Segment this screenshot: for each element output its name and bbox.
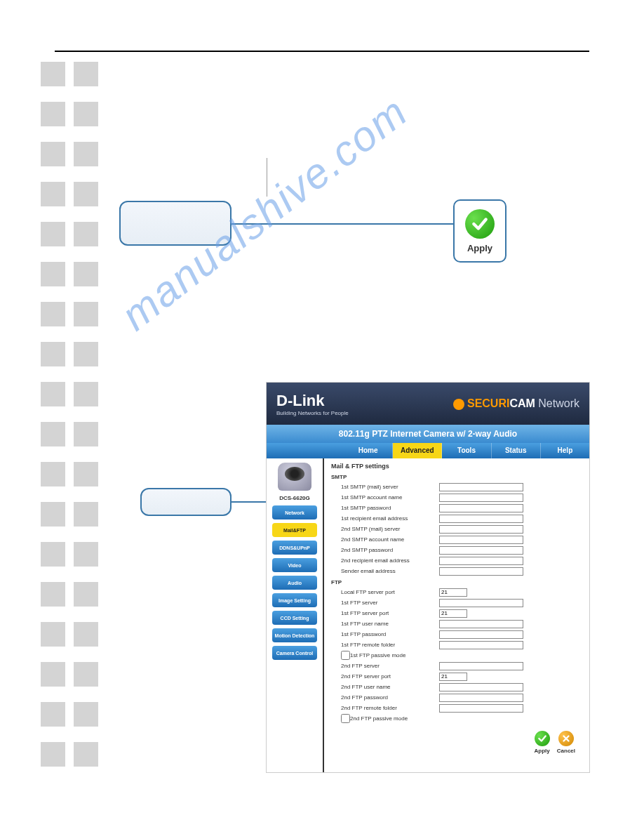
apply-button[interactable]: Apply [535,731,550,754]
ftp-field-input-3[interactable] [439,620,523,628]
tab-help[interactable]: Help [541,443,589,458]
section-title: Mail & FTP settings [331,463,582,470]
cancel-label: Cancel [557,748,575,754]
ftp2-field-row-1: 2nd FTP server port [341,671,582,682]
ftp2-field-input-2[interactable] [439,683,523,691]
smtp-field-row-4: 2nd SMTP (mail) server [341,524,582,534]
smtp-field-input-2[interactable] [439,504,523,512]
ftp-passive-2-row: 2nd FTP passive mode [341,713,582,724]
tab-advanced[interactable]: Advanced [393,443,442,458]
smtp-field-label-0: 1st SMTP (mail) server [341,484,439,490]
ui-sidebar: DCS-6620G NetworkMail&FTPDDNS&UPnPVideoA… [267,458,323,772]
ui-tabs: HomeAdvancedToolsStatusHelp [267,443,589,458]
ftp-passive-1-label: 1st FTP passive mode [350,652,405,658]
sidebar-item-audio[interactable]: Audio [272,576,317,590]
smtp-field-input-0[interactable] [439,483,523,491]
embedded-ui: D-Link Building Networks for People SECU… [267,383,589,772]
tab-home[interactable]: Home [344,443,393,458]
ftp-field-row-5: 1st FTP remote folder [341,640,582,650]
cancel-button[interactable]: Cancel [557,731,575,754]
ftp2-field-row-0: 2nd FTP server [341,661,582,671]
ftp-passive-1-row: 1st FTP passive mode [341,650,582,661]
brand-tagline: Building Networks for People [276,410,349,416]
smtp-field-row-8: Sender email address [341,566,582,576]
smtp-field-label-4: 2nd SMTP (mail) server [341,526,439,532]
tab-status[interactable]: Status [492,443,541,458]
ftp-passive-1-checkbox[interactable] [341,651,350,660]
callout-box-1 [119,201,232,246]
sidebar-item-ddns-upnp[interactable]: DDNS&UPnP [272,541,317,555]
ftp-field-label-4: 1st FTP password [341,631,439,637]
lock-icon [453,399,464,410]
tab-tools[interactable]: Tools [442,443,491,458]
sidebar-item-motion-detection[interactable]: Motion Detection [272,628,317,642]
smtp-field-input-7[interactable] [439,557,523,565]
ftp2-field-input-0[interactable] [439,662,523,670]
ftp-field-row-2: 1st FTP server port [341,608,582,618]
sidebar-item-mail-ftp[interactable]: Mail&FTP [272,523,317,537]
ui-actions: Apply Cancel [331,731,582,754]
smtp-field-input-6[interactable] [439,546,523,555]
smtp-field-label-1: 1st SMTP account name [341,494,439,501]
sidebar-item-ccd-setting[interactable]: CCD Setting [272,611,317,625]
smtp-field-input-8[interactable] [439,567,523,576]
smtp-field-input-5[interactable] [439,536,523,544]
page-rule [55,51,589,52]
model-label: DCS-6620G [279,495,310,501]
smtp-field-row-2: 1st SMTP password [341,503,582,513]
ftp2-field-input-4[interactable] [439,704,523,713]
smtp-title: SMTP [331,474,582,480]
securicam-logo: SECURICAM Network [453,397,579,410]
ftp2-field-input-1[interactable] [439,673,467,681]
ftp-field-input-0[interactable] [439,588,467,597]
ftp-field-label-1: 1st FTP server [341,600,439,606]
sidebar-item-video[interactable]: Video [272,558,317,572]
ui-subhead: 802.11g PTZ Internet Camera w/ 2-way Aud… [267,425,589,443]
smtp-field-label-8: Sender email address [341,568,439,574]
ftp-field-row-3: 1st FTP user name [341,618,582,629]
smtp-field-row-3: 1st recipient email address [341,513,582,524]
sidebar-item-network[interactable]: Network [272,505,317,519]
ftp-title: FTP [331,579,582,585]
ftp-field-label-0: Local FTP server port [341,589,439,595]
smtp-field-input-3[interactable] [439,515,523,523]
callout-box-2 [140,488,232,516]
check-icon [465,209,495,239]
ftp-field-input-5[interactable] [439,641,523,649]
smtp-field-row-5: 2nd SMTP account name [341,534,582,545]
brand-logo: D-Link [276,392,349,410]
sidebar-item-camera-control[interactable]: Camera Control [272,646,317,660]
ftp2-field-input-3[interactable] [439,694,523,702]
ftp-passive-2-checkbox[interactable] [341,714,350,723]
smtp-field-row-7: 2nd recipient email address [341,555,582,566]
ftp-field-row-1: 1st FTP server [341,597,582,608]
smtp-field-label-7: 2nd recipient email address [341,557,439,564]
ftp2-field-row-4: 2nd FTP remote folder [341,703,582,713]
ui-main: Mail & FTP settings SMTP 1st SMTP (mail)… [324,458,589,772]
ftp-field-input-2[interactable] [439,609,467,618]
ftp-field-row-0: Local FTP server port [341,587,582,597]
apply-badge: Apply [453,199,507,263]
decorative-squares [41,62,98,782]
brand-block: D-Link Building Networks for People [276,392,349,416]
smtp-field-row-1: 1st SMTP account name [341,492,582,503]
ftp-passive-2-label: 2nd FTP passive mode [350,715,408,722]
ftp-field-label-3: 1st FTP user name [341,621,439,627]
ftp-field-label-2: 1st FTP server port [341,610,439,616]
vertical-divider [267,158,267,197]
ftp2-field-label-4: 2nd FTP remote folder [341,705,439,711]
ftp-field-row-4: 1st FTP password [341,629,582,640]
cancel-icon [558,731,574,746]
ftp-field-label-5: 1st FTP remote folder [341,642,439,648]
callout-connector-1 [232,223,453,225]
ftp-field-input-1[interactable] [439,599,523,607]
ftp-field-input-4[interactable] [439,630,523,639]
ftp2-field-label-1: 2nd FTP server port [341,673,439,680]
ftp2-field-label-2: 2nd FTP user name [341,684,439,690]
smtp-field-input-4[interactable] [439,525,523,534]
sidebar-item-image-setting[interactable]: Image Setting [272,593,317,607]
ftp2-field-row-3: 2nd FTP password [341,692,582,703]
apply-icon [535,731,550,746]
smtp-field-input-1[interactable] [439,494,523,502]
ftp2-field-label-3: 2nd FTP password [341,694,439,701]
